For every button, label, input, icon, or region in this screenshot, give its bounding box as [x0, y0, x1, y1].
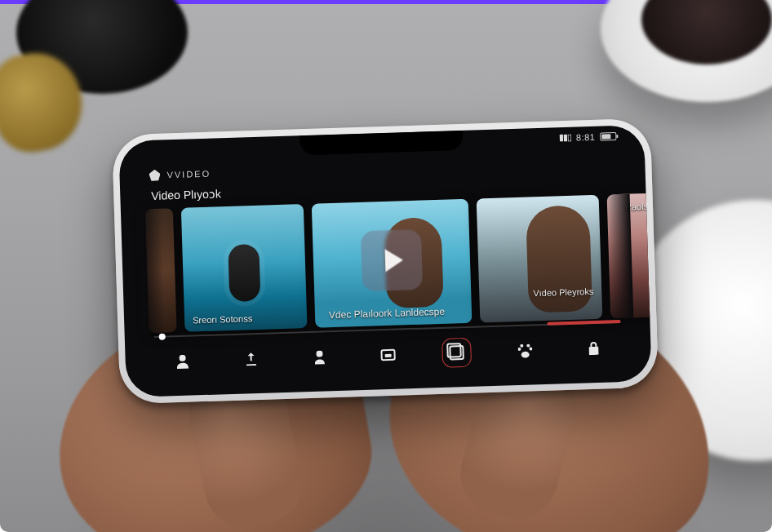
lock-icon — [585, 340, 602, 357]
status-bar: ▮▮▯ 8:81 — [559, 131, 617, 143]
scene: ▮▮▯ 8:81 VVIDEO Video Plıyoɔk Sreorı Sot… — [0, 0, 772, 532]
nav-profile[interactable] — [171, 349, 194, 373]
phone-screen[interactable]: ▮▮▯ 8:81 VVIDEO Video Plıyoɔk Sreorı Sot… — [118, 125, 652, 397]
battery-icon — [600, 132, 616, 141]
prop-bowl-right — [601, 0, 772, 102]
progress-handle-icon[interactable] — [159, 334, 166, 340]
play-button[interactable] — [361, 229, 423, 291]
collections-icon — [449, 345, 464, 361]
video-thumb-3[interactable]: Vıdeo Pleyroks — [477, 195, 603, 323]
nav-collections[interactable] — [445, 341, 468, 365]
nav-privacy[interactable] — [582, 337, 606, 361]
user-icon — [311, 348, 328, 366]
app-header: VVIDEO — [149, 168, 211, 181]
progress-highlight — [547, 320, 620, 326]
status-time: 8:81 — [576, 131, 596, 142]
video-thumb-1[interactable]: Sreorı Sotorıss — [181, 204, 308, 332]
nav-upload[interactable] — [239, 348, 263, 371]
phone-frame: ▮▮▯ 8:81 VVIDEO Video Plıyoɔk Sreorı Sot… — [112, 118, 659, 405]
thumb-label: Sreorı Sotorıss — [193, 313, 253, 325]
bottom-nav — [148, 331, 628, 379]
app-logo-icon — [149, 170, 160, 181]
thumb-label: Vıdeo Pleyroks — [533, 286, 593, 298]
app-brand: VVIDEO — [166, 169, 211, 180]
section-title: Video Plıyoɔk — [151, 187, 221, 202]
fade-right — [606, 194, 634, 319]
nav-discover[interactable] — [513, 339, 537, 362]
phone-notch — [299, 131, 464, 155]
thumb-figure — [228, 244, 260, 302]
library-icon — [380, 349, 395, 361]
person-icon — [174, 353, 191, 370]
signal-icon: ▮▮▯ — [559, 132, 571, 143]
nav-account[interactable] — [308, 345, 331, 369]
nav-library[interactable] — [376, 344, 400, 367]
fade-left — [137, 209, 166, 334]
play-icon — [385, 249, 404, 273]
upload-icon — [242, 351, 260, 368]
paw-icon — [517, 342, 534, 359]
